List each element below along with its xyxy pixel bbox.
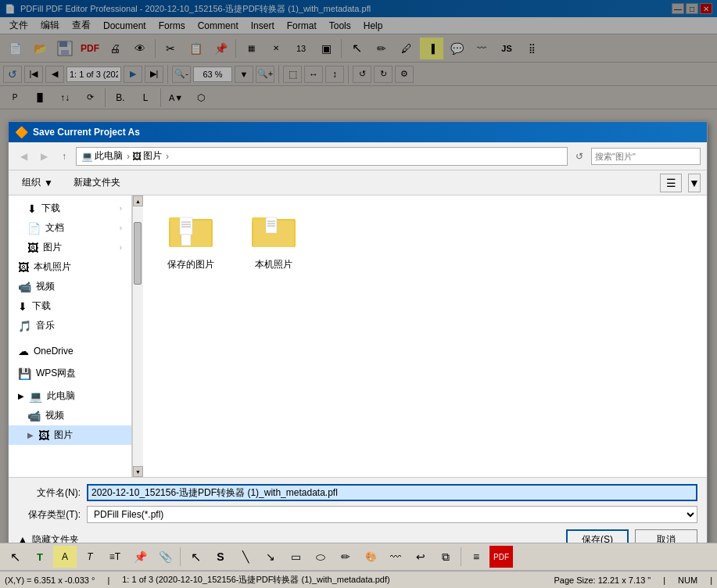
bt-logo[interactable]: PDF	[489, 546, 513, 568]
status-sep-3: |	[710, 575, 712, 585]
videos-icon-2: 📹	[27, 410, 41, 422]
sidebar-item-videos-2[interactable]: 📹 视频	[9, 406, 131, 425]
bt-arrow2[interactable]: ↖	[184, 546, 207, 568]
save-dialog: 🔶 Save Current Project As ◀ ▶ ↑ 💻 此电脑 › …	[8, 121, 708, 557]
filetype-row: 保存类型(T): PDFill Files(*.pfl)	[18, 506, 697, 523]
sidebar-item-local-photos[interactable]: 🖼 本机照片	[9, 257, 131, 277]
organize-arrow: ▼	[44, 177, 53, 188]
bt-text4[interactable]: ≡T	[103, 546, 127, 568]
sidebar-item-this-pc[interactable]: ▶ 💻 此电脑	[9, 386, 131, 406]
bt-line[interactable]: ╲	[234, 546, 257, 568]
bt-pencil[interactable]: ✏	[334, 546, 357, 568]
filename-row: 文件名(N): 2020-12-10_152156-迅捷PDF转换器 (1)_w…	[18, 484, 697, 501]
bt-rect[interactable]: ▭	[284, 546, 307, 568]
scroll-track	[133, 206, 143, 466]
onedrive-icon: ☁	[18, 345, 29, 357]
address-bar: ◀ ▶ ↑ 💻 此电脑 › 🖼 图片 › ↺	[9, 142, 707, 170]
local-photos-icon: 🖼	[18, 261, 29, 274]
organize-button[interactable]: 组织 ▼	[15, 174, 60, 192]
path-computer-icon: 💻	[81, 151, 93, 162]
sidebar-item-downloads-1[interactable]: ⬇ 下载 ›	[9, 199, 131, 218]
back-button[interactable]: ◀	[15, 148, 32, 165]
path-pictures: 图片	[143, 149, 162, 163]
sidebar-item-pictures-1[interactable]: 🖼 图片 ›	[9, 238, 131, 257]
bt-text2[interactable]: A	[53, 546, 77, 568]
forward-button[interactable]: ▶	[35, 148, 52, 165]
scroll-thumb[interactable]	[134, 222, 142, 285]
bottom-toolbar: ↖ T A T ≡T 📌 📎 ↖ S ╲ ↘ ▭ ⬭ ✏ 🎨 〰 ↩ ⧉ ≡ P…	[0, 543, 717, 571]
search-input[interactable]	[591, 148, 701, 165]
folder-local-photos[interactable]: 本机照片	[238, 208, 309, 274]
status-sep-1: |	[107, 575, 109, 585]
address-path[interactable]: 💻 此电脑 › 🖼 图片 ›	[76, 147, 568, 166]
folder-name-1: 保存的图片	[167, 258, 214, 271]
bt-curve[interactable]: 〰	[384, 546, 407, 568]
scroll-up-arrow[interactable]: ▲	[133, 195, 143, 206]
bt-stamp[interactable]: S	[209, 546, 232, 568]
view-button[interactable]: ☰	[660, 174, 682, 192]
path-pictures-icon: 🖼	[132, 151, 142, 162]
new-folder-label: 新建文件夹	[73, 176, 120, 189]
pictures-icon-1: 🖼	[27, 242, 38, 254]
left-sidebar: ⬇ 下载 › 📄 文档 › 🖼 图片 › 🖼	[9, 195, 132, 477]
sidebar-item-wps[interactable]: 💾 WPS网盘	[9, 364, 131, 383]
scroll-down-arrow[interactable]: ▼	[133, 466, 143, 477]
sidebar-container: ⬇ 下载 › 📄 文档 › 🖼 图片 › 🖼	[9, 195, 143, 477]
filename-input[interactable]: 2020-12-10_152156-迅捷PDF转换器 (1)_with_meta…	[87, 484, 697, 501]
bt-attach[interactable]: 📎	[153, 546, 177, 568]
view-dropdown[interactable]: ▼	[688, 174, 701, 192]
sidebar-item-onedrive[interactable]: ☁ OneDrive	[9, 342, 131, 360]
path-sep-2: ›	[166, 151, 169, 162]
bt-text3[interactable]: T	[78, 546, 102, 568]
bt-select[interactable]: ↖	[3, 546, 27, 568]
downloads-icon-2: ⬇	[18, 300, 27, 313]
folder-saved-pictures[interactable]: 保存的图片	[156, 208, 226, 274]
bt-note[interactable]: 📌	[128, 546, 152, 568]
documents-icon: 📄	[27, 222, 41, 235]
dialog-title-icon: 🔶	[15, 126, 28, 138]
status-bar: (X,Y) = 6.351 x -0.033 ° | 1: 1 of 3 (20…	[0, 571, 717, 588]
path-computer: 此电脑	[95, 149, 123, 163]
dialog-title-bar: 🔶 Save Current Project As	[9, 122, 707, 142]
bt-lines[interactable]: ≡	[464, 546, 488, 568]
svg-rect-8	[180, 217, 192, 235]
up-button[interactable]: ↑	[56, 148, 73, 165]
folder-name-2: 本机照片	[255, 258, 292, 271]
dialog-overlay: 🔶 Save Current Project As ◀ ▶ ↑ 💻 此电脑 › …	[0, 0, 717, 588]
organize-label: 组织	[22, 176, 41, 189]
bt-color[interactable]: 🎨	[359, 546, 382, 568]
pc-icon: 💻	[29, 390, 42, 403]
filetype-select[interactable]: PDFill Files(*.pfl)	[87, 506, 697, 523]
status-sep-2: |	[663, 575, 665, 585]
status-page-size: Page Size: 12.21 x 7.13 "	[554, 575, 651, 585]
sidebar-scrollbar: ▲ ▼	[132, 195, 143, 477]
sidebar-item-videos-1[interactable]: 📹 视频	[9, 277, 131, 296]
music-icon: 🎵	[18, 320, 31, 332]
sidebar-item-music[interactable]: 🎵 音乐	[9, 316, 131, 335]
path-sep-1: ›	[127, 151, 130, 162]
file-area: 保存的图片	[143, 195, 707, 477]
bt-text1[interactable]: T	[28, 546, 52, 568]
refresh-button[interactable]: ↺	[571, 148, 588, 165]
pictures-icon-selected: 🖼	[38, 429, 49, 442]
dialog-content: ⬇ 下载 › 📄 文档 › 🖼 图片 › 🖼	[9, 195, 707, 477]
bt-crop[interactable]: ⧉	[434, 546, 457, 568]
folder-icon-2	[252, 211, 296, 255]
bt-undo-shape[interactable]: ↩	[409, 546, 432, 568]
file-toolbar: 组织 ▼ 新建文件夹 ☰ ▼	[9, 170, 707, 195]
bt-oval[interactable]: ⬭	[309, 546, 332, 568]
status-page-info: 1: 1 of 3 (2020-12-10_152156-迅捷PDF转换器 (1…	[122, 574, 389, 586]
new-folder-button[interactable]: 新建文件夹	[66, 174, 127, 192]
sidebar-item-documents[interactable]: 📄 文档 ›	[9, 218, 131, 238]
svg-rect-16	[266, 217, 277, 233]
sidebar-item-pictures-selected[interactable]: ▶ 🖼 图片	[9, 425, 131, 445]
wps-icon: 💾	[18, 368, 31, 380]
bt-arrow3[interactable]: ↘	[259, 546, 282, 568]
downloads-icon-1: ⬇	[27, 203, 37, 215]
status-coords: (X,Y) = 6.351 x -0.033 °	[5, 575, 95, 585]
sidebar-item-downloads-2[interactable]: ⬇ 下载	[9, 296, 131, 316]
dialog-title: Save Current Project As	[33, 127, 140, 138]
filetype-label: 保存类型(T):	[18, 508, 81, 522]
filename-label: 文件名(N):	[18, 486, 81, 500]
status-num: NUM	[678, 575, 697, 585]
